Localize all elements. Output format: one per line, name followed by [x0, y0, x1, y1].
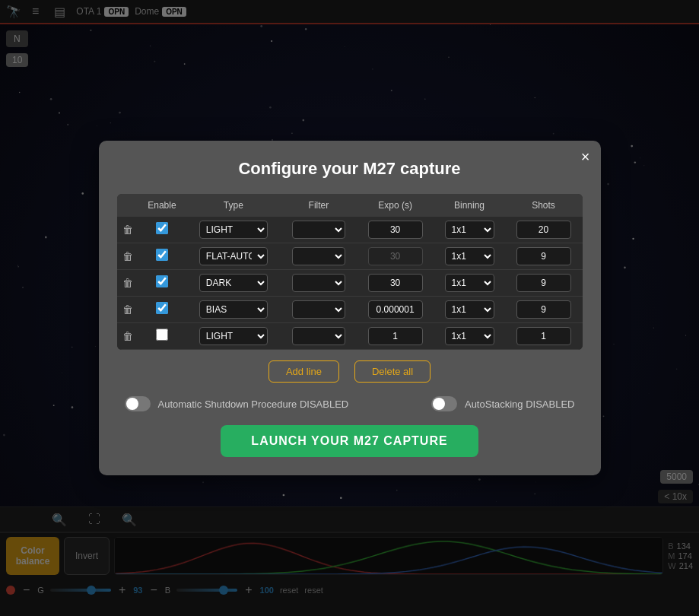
auto-stacking-toggle[interactable] [431, 396, 457, 411]
modal-title: Configure your M27 capture [117, 159, 583, 179]
enable-checkbox-0[interactable] [156, 222, 168, 234]
modal-close-button[interactable]: × [581, 148, 590, 166]
cell-binning-1: 1x12x23x3 [434, 243, 505, 270]
table-row: 🗑LIGHTDARKFLAT-AUTOBIASFLAT1x12x23x3 [117, 323, 583, 350]
delete-row-button-4[interactable]: 🗑 [122, 330, 133, 342]
enable-checkbox-4[interactable] [156, 329, 168, 341]
expo-input-2[interactable] [368, 274, 423, 292]
capture-modal: × Configure your M27 capture Enable Type… [99, 141, 601, 475]
cell-binning-0: 1x12x23x3 [434, 217, 505, 243]
cell-type-3: LIGHTDARKFLAT-AUTOBIASFLAT [186, 297, 281, 323]
auto-shutdown-label: Automatic Shutdown Procedure DISABLED [158, 398, 349, 410]
col-filter: Filter [281, 194, 356, 217]
enable-checkbox-2[interactable] [156, 275, 168, 287]
cell-shots-4 [505, 323, 583, 350]
expo-input-4[interactable] [368, 327, 423, 345]
shots-input-3[interactable] [516, 300, 571, 319]
table-row: 🗑LIGHTDARKFLAT-AUTOBIASFLAT1x12x23x3 [117, 297, 583, 323]
table-row: 🗑LIGHTDARKFLAT-AUTOBIASFLAT1x12x23x3 [117, 217, 583, 243]
cell-expo-4 [357, 323, 434, 350]
filter-select-4[interactable] [292, 327, 345, 345]
col-binning: Binning [434, 194, 505, 217]
cell-delete-2: 🗑 [117, 270, 138, 297]
cell-type-1: LIGHTDARKFLAT-AUTOBIASFLAT [186, 243, 281, 270]
delete-row-button-1[interactable]: 🗑 [122, 250, 133, 262]
col-shots: Shots [505, 194, 583, 217]
shots-input-2[interactable] [516, 274, 571, 292]
col-expo: Expo (s) [357, 194, 434, 217]
expo-input-3[interactable] [368, 300, 423, 319]
filter-select-3[interactable] [292, 300, 345, 319]
cell-enable-0 [138, 217, 186, 243]
binning-select-4[interactable]: 1x12x23x3 [445, 327, 494, 345]
expo-input-1[interactable] [368, 247, 423, 265]
cell-enable-4 [138, 323, 186, 350]
cell-delete-1: 🗑 [117, 243, 138, 270]
binning-select-1[interactable]: 1x12x23x3 [445, 247, 494, 265]
cell-shots-3 [505, 297, 583, 323]
table-action-buttons: Add line Delete all [117, 360, 583, 383]
cell-enable-2 [138, 270, 186, 297]
cell-shots-1 [505, 243, 583, 270]
shots-input-0[interactable] [516, 221, 571, 239]
capture-table: Enable Type Filter Expo (s) Binning Shot… [117, 194, 583, 350]
enable-checkbox-1[interactable] [156, 249, 168, 261]
auto-shutdown-toggle-group: Automatic Shutdown Procedure DISABLED [125, 396, 349, 411]
cell-filter-2 [281, 270, 356, 297]
shots-input-4[interactable] [516, 327, 571, 345]
cell-binning-3: 1x12x23x3 [434, 297, 505, 323]
cell-filter-1 [281, 243, 356, 270]
type-select-3[interactable]: LIGHTDARKFLAT-AUTOBIASFLAT [199, 300, 268, 319]
cell-shots-0 [505, 217, 583, 243]
cell-delete-4: 🗑 [117, 323, 138, 350]
cell-expo-0 [357, 217, 434, 243]
table-row: 🗑LIGHTDARKFLAT-AUTOBIASFLAT1x12x23x3 [117, 270, 583, 297]
options-row: Automatic Shutdown Procedure DISABLED Au… [117, 396, 583, 411]
cell-delete-0: 🗑 [117, 217, 138, 243]
cell-delete-3: 🗑 [117, 297, 138, 323]
type-select-1[interactable]: LIGHTDARKFLAT-AUTOBIASFLAT [199, 247, 268, 265]
cell-type-0: LIGHTDARKFLAT-AUTOBIASFLAT [186, 217, 281, 243]
filter-select-2[interactable] [292, 274, 345, 292]
expo-input-0[interactable] [368, 221, 423, 239]
cell-expo-3 [357, 297, 434, 323]
cell-expo-2 [357, 270, 434, 297]
filter-select-0[interactable] [292, 221, 345, 239]
delete-all-button[interactable]: Delete all [354, 360, 431, 383]
cell-filter-3 [281, 297, 356, 323]
cell-filter-0 [281, 217, 356, 243]
delete-row-button-0[interactable]: 🗑 [122, 224, 133, 236]
table-header-row: Enable Type Filter Expo (s) Binning Shot… [117, 194, 583, 217]
cell-enable-3 [138, 297, 186, 323]
enable-checkbox-3[interactable] [156, 302, 168, 314]
col-enable: Enable [138, 194, 186, 217]
binning-select-0[interactable]: 1x12x23x3 [445, 221, 494, 239]
cell-shots-2 [505, 270, 583, 297]
cell-binning-2: 1x12x23x3 [434, 270, 505, 297]
binning-select-2[interactable]: 1x12x23x3 [445, 274, 494, 292]
cell-type-2: LIGHTDARKFLAT-AUTOBIASFLAT [186, 270, 281, 297]
delete-row-button-2[interactable]: 🗑 [122, 277, 133, 289]
type-select-0[interactable]: LIGHTDARKFLAT-AUTOBIASFLAT [199, 221, 268, 239]
binning-select-3[interactable]: 1x12x23x3 [445, 300, 494, 319]
filter-select-1[interactable] [292, 247, 345, 265]
add-line-button[interactable]: Add line [268, 360, 339, 383]
table-row: 🗑LIGHTDARKFLAT-AUTOBIASFLAT1x12x23x3 [117, 243, 583, 270]
cell-binning-4: 1x12x23x3 [434, 323, 505, 350]
type-select-2[interactable]: LIGHTDARKFLAT-AUTOBIASFLAT [199, 274, 268, 292]
auto-stacking-toggle-group: AutoStacking DISABLED [431, 396, 575, 411]
cell-expo-1 [357, 243, 434, 270]
cell-enable-1 [138, 243, 186, 270]
type-select-4[interactable]: LIGHTDARKFLAT-AUTOBIASFLAT [199, 327, 268, 345]
delete-row-button-3[interactable]: 🗑 [122, 303, 133, 316]
modal-overlay: × Configure your M27 capture Enable Type… [0, 0, 699, 616]
launch-button[interactable]: LAUNCH YOUR M27 CAPTURE [221, 425, 478, 457]
auto-stacking-label: AutoStacking DISABLED [465, 398, 575, 410]
cell-filter-4 [281, 323, 356, 350]
col-delete [117, 194, 138, 217]
auto-shutdown-toggle[interactable] [125, 396, 151, 411]
col-type: Type [186, 194, 281, 217]
cell-type-4: LIGHTDARKFLAT-AUTOBIASFLAT [186, 323, 281, 350]
shots-input-1[interactable] [516, 247, 571, 265]
